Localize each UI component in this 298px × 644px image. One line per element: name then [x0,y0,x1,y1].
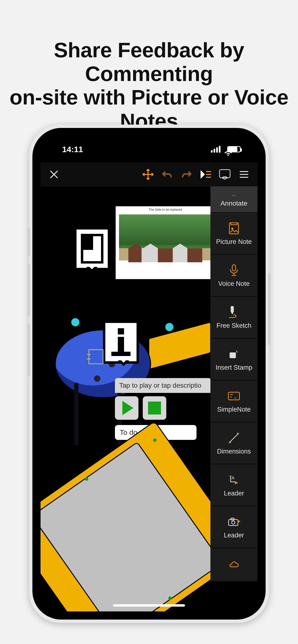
status-time: 14:11 [62,145,83,154]
play-button[interactable] [115,396,138,420]
svg-rect-3 [232,265,236,271]
tool-label: Picture Note [216,238,252,246]
svg-text:A: A [232,476,234,480]
picture-note-preview[interactable]: The slide to be replaced [115,206,210,280]
move-tool-button[interactable] [140,166,156,182]
i-glyph-icon [111,328,131,356]
hero-title: Share Feedback by Commenting on-site wit… [0,38,298,133]
present-button[interactable] [217,166,233,182]
p-glyph-icon [81,234,103,264]
voice-note-controls [115,396,166,420]
tool-label: Insert Stamp [215,364,252,371]
svg-point-9 [232,521,235,524]
stop-icon [148,402,161,414]
tool-label: Leader [224,532,244,539]
stop-button[interactable] [143,396,166,420]
home-indicator [113,604,185,606]
annotate-panel: ︿ Annotate Picture Note Voice Note [210,186,257,582]
tool-label: Free Sketch [216,322,251,330]
svg-rect-10 [231,518,234,520]
picture-note-icon [227,222,241,235]
3d-model[interactable]: The slide to be replaced Ta [41,186,210,612]
voice-note-icon [227,264,241,277]
voice-note-hint[interactable]: Tap to play or tap descriptio [115,378,210,393]
close-button[interactable] [46,166,62,182]
voice-note-marker[interactable] [103,320,139,364]
dimensions-icon [227,431,241,445]
phone-frame: 14:11 [29,124,269,623]
picture-note-caption: The slide to be replaced [116,208,210,211]
svg-rect-4 [231,306,233,312]
tool-label: Dimensions [217,448,251,455]
tool-picture-note[interactable]: Picture Note [210,213,257,255]
tool-label: Voice Note [218,280,250,288]
picture-note-marker[interactable] [74,227,110,270]
insert-stamp-icon [227,348,241,361]
photo-thumbnail [119,214,210,276]
app-screen: 14:11 [41,136,257,612]
signal-icon [211,146,221,152]
svg-rect-5 [230,352,236,358]
status-indicators [211,146,241,152]
tool-voice-note[interactable]: Voice Note [210,255,257,296]
tool-dimensions[interactable]: Dimensions [210,422,257,464]
tool-cloud[interactable] [210,548,257,582]
app-toolbar [41,162,257,186]
tool-leader[interactable]: A Leader [210,464,257,506]
tool-label: Leader [224,490,244,497]
tool-leader-2[interactable]: Leader [210,506,257,548]
selection-handle[interactable] [89,349,103,364]
free-sketch-icon [227,306,241,319]
redo-button[interactable] [178,166,195,182]
menu-button[interactable] [236,166,252,182]
play-icon [122,401,133,415]
undo-button[interactable] [159,166,175,182]
simple-note-icon [227,389,241,403]
svg-rect-6 [228,392,239,400]
tool-simple-note[interactable]: SimpleNote [210,380,257,422]
tool-free-sketch[interactable]: Free Sketch [210,296,257,338]
cloud-shape-icon [227,558,241,572]
panel-header-label: Annotate [221,200,247,207]
chevron-up-icon: ︿ [232,192,236,198]
leader-photo-icon [227,515,241,528]
viewport[interactable]: The slide to be replaced Ta [41,186,257,612]
annotate-panel-header[interactable]: ︿ Annotate [210,186,257,213]
battery-icon [227,146,241,152]
svg-point-2 [231,228,233,230]
layers-button[interactable] [198,166,214,182]
tool-insert-stamp[interactable]: Insert Stamp [210,338,257,380]
slide-model [41,421,210,612]
tool-label: SimpleNote [217,406,251,413]
svg-rect-8 [229,520,238,526]
leader-icon: A [227,473,241,486]
